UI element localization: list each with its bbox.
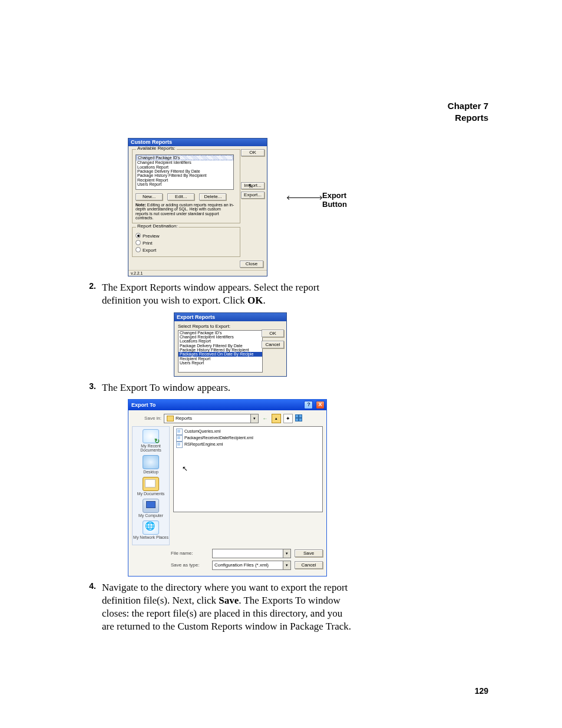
desktop-icon — [143, 455, 159, 469]
list-item[interactable]: Package Delivery Filtered By Date — [178, 344, 262, 348]
page-header: Chapter 7 Reports — [74, 100, 488, 123]
cursor-icon: ↖ — [182, 465, 188, 473]
page-number: 129 — [74, 686, 488, 696]
available-reports-label: Available Reports: — [136, 146, 177, 151]
new-folder-button[interactable]: ✦ — [283, 414, 293, 423]
callout-arrow-icon — [288, 197, 321, 198]
chapter-label: Chapter 7 — [74, 100, 488, 112]
list-item[interactable]: Packages Received On Date By Recipie — [178, 352, 262, 356]
list-item[interactable]: Package History Filtered By Recipient — [178, 348, 262, 352]
step-number: 2. — [81, 281, 96, 291]
version-label: v.2.2.1 — [128, 270, 267, 276]
place-network[interactable]: My Network Places — [133, 521, 169, 539]
report-destination-label: Report Destination: — [136, 224, 178, 229]
view-menu-button[interactable] — [295, 414, 303, 423]
file-item[interactable]: RSReportEngine.xml — [176, 442, 320, 448]
file-item[interactable]: PackagesReceivedDateRecipient.xml — [176, 435, 320, 442]
export-reports-title: Export Reports — [174, 313, 286, 321]
save-button[interactable]: Save — [295, 549, 323, 557]
cancel-button[interactable]: Cancel — [262, 341, 284, 348]
save-in-value: Reports — [176, 416, 192, 421]
custom-reports-figure: Export Button Custom Reports OK ↖ Import… — [128, 138, 358, 276]
export-to-dialog: Export To ? X Save in: Reports — [128, 399, 327, 577]
cursor-icon: ↖ — [248, 183, 253, 189]
back-button[interactable]: ← — [261, 414, 269, 423]
custom-reports-note: Note: Editing or adding custom reports r… — [135, 203, 234, 220]
chevron-down-icon[interactable]: ▾ — [283, 549, 290, 558]
available-reports-group: Available Reports: Changed Package ID's … — [132, 149, 240, 223]
edit-button[interactable]: Edit... — [167, 193, 194, 200]
chevron-down-icon[interactable]: ▾ — [250, 414, 258, 423]
cancel-button[interactable]: Cancel — [295, 561, 323, 569]
folder-icon — [167, 416, 174, 421]
up-one-level-button[interactable]: ▴ — [272, 414, 281, 423]
ok-button[interactable]: OK — [262, 330, 284, 337]
export-to-title: Export To — [131, 402, 156, 408]
delete-button[interactable]: Delete... — [199, 193, 226, 200]
xml-file-icon — [176, 435, 183, 442]
file-list-area[interactable]: CustomQueries.xml PackagesReceivedDateRe… — [173, 426, 323, 512]
place-documents[interactable]: My Documents — [133, 477, 169, 496]
xml-file-icon — [176, 429, 183, 435]
step-number: 3. — [81, 381, 96, 391]
close-button[interactable]: X — [316, 401, 325, 409]
close-button[interactable]: Close — [240, 261, 263, 268]
export-button[interactable]: Export... — [241, 192, 265, 199]
export-reports-dialog: Export Reports Select Reports to Export:… — [174, 312, 287, 377]
list-item[interactable]: Changed Recipient Identifiers — [136, 160, 233, 164]
save-in-combo[interactable]: Reports ▾ — [164, 414, 259, 423]
custom-reports-dialog: Custom Reports OK ↖ Import... Export... … — [128, 138, 267, 276]
recent-icon — [143, 429, 159, 443]
report-destination-group: Report Destination: Preview Print Export — [132, 227, 240, 257]
step-text: Navigate to the directory where you want… — [102, 581, 355, 633]
file-name-input[interactable]: ▾ — [212, 549, 291, 558]
save-in-label: Save in: — [132, 416, 161, 421]
export-reports-list[interactable]: Changed Package ID's Changed Recipient I… — [178, 330, 263, 373]
list-item[interactable]: Users Report — [178, 361, 262, 365]
help-button[interactable]: ? — [304, 401, 313, 409]
places-bar: My Recent Documents Desktop My Documents… — [132, 426, 170, 545]
export-radio[interactable]: Export — [135, 246, 237, 253]
chevron-down-icon[interactable]: ▾ — [283, 561, 290, 569]
list-item[interactable]: Recipient Report — [178, 357, 262, 361]
file-name-label: File name: — [171, 551, 209, 556]
list-item[interactable]: Users Report — [136, 182, 233, 186]
ok-button[interactable]: OK — [241, 149, 265, 156]
save-as-type-combo[interactable]: Configuration Files (*.xml)▾ — [212, 561, 291, 570]
available-reports-list[interactable]: Changed Package ID's Changed Recipient I… — [135, 154, 234, 190]
computer-icon — [143, 499, 159, 513]
network-icon — [143, 521, 159, 535]
preview-radio[interactable]: Preview — [135, 232, 237, 239]
list-item[interactable]: Recipient Report — [136, 178, 233, 182]
place-computer[interactable]: My Computer — [133, 499, 169, 518]
print-radio[interactable]: Print — [135, 239, 237, 246]
documents-icon — [143, 477, 159, 491]
step-number: 4. — [81, 581, 96, 591]
export-button-callout: Export Button — [322, 191, 358, 209]
select-reports-label: Select Reports to Export: — [178, 324, 283, 329]
list-item[interactable]: Changed Recipient Identifiers — [178, 335, 262, 339]
section-label: Reports — [74, 112, 488, 124]
place-desktop[interactable]: Desktop — [133, 455, 169, 474]
list-item[interactable]: Changed Package ID's — [136, 155, 233, 160]
list-item[interactable]: Package Delivery Filtered By Date — [136, 169, 233, 173]
list-item[interactable]: Locations Report — [178, 339, 262, 343]
xml-file-icon — [176, 442, 183, 448]
list-item[interactable]: Changed Package ID's — [178, 331, 262, 335]
file-item[interactable]: CustomQueries.xml — [176, 429, 320, 435]
place-recent[interactable]: My Recent Documents — [133, 429, 169, 452]
step-text: The Export Reports window appears. Selec… — [102, 281, 355, 307]
step-text: The Export To window appears. — [102, 381, 355, 394]
list-item[interactable]: Package History Filtered By Recipient — [136, 173, 233, 177]
list-item[interactable]: Locations Report — [136, 165, 233, 169]
save-as-type-label: Save as type: — [171, 562, 209, 568]
new-button[interactable]: New... — [135, 193, 163, 200]
